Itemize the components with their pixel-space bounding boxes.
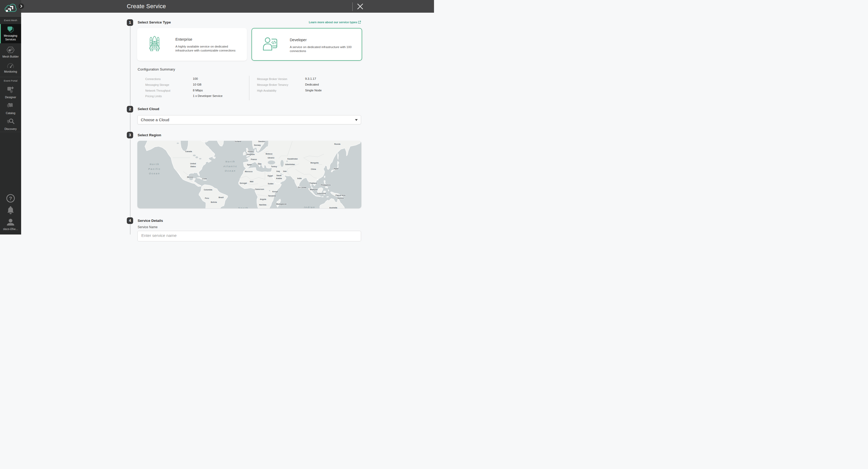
svg-text:Atlantic: Atlantic — [223, 165, 238, 168]
svg-text:Malaysia: Malaysia — [310, 189, 317, 191]
svg-text:States: States — [190, 165, 196, 167]
svg-text:Angola: Angola — [260, 198, 266, 200]
svg-text:Indian: Indian — [304, 206, 315, 208]
svg-text:North: North — [150, 163, 159, 165]
svg-text:Guinea: Guinea — [337, 197, 344, 199]
svg-text:North: North — [225, 160, 235, 163]
svg-text:Sri Lanka: Sri Lanka — [298, 186, 306, 188]
svg-text:Japan: Japan — [333, 168, 339, 170]
svg-text:Papua New: Papua New — [336, 194, 345, 196]
svg-text:Saudi: Saudi — [276, 175, 281, 177]
svg-text:Belarus: Belarus — [266, 153, 273, 155]
svg-text:Pacific: Pacific — [148, 167, 161, 170]
svg-text:Italy: Italy — [258, 163, 261, 165]
svg-text:France: France — [251, 158, 257, 160]
svg-text:Philippines: Philippines — [321, 184, 331, 186]
svg-text:Iceland: Iceland — [235, 141, 241, 142]
svg-text:Indonesia: Indonesia — [317, 192, 326, 194]
svg-text:Sudan: Sudan — [268, 183, 273, 185]
svg-text:Arabia: Arabia — [276, 178, 282, 179]
svg-text:Colombia: Colombia — [204, 189, 212, 191]
svg-text:Ocean: Ocean — [225, 169, 236, 172]
svg-text:Ukraine: Ukraine — [268, 157, 275, 159]
svg-text:Mexico: Mexico — [187, 176, 193, 178]
svg-text:Brazil: Brazil — [218, 196, 223, 198]
svg-text:Spain: Spain — [247, 164, 252, 166]
svg-text:Namibia: Namibia — [259, 204, 266, 206]
svg-text:United: United — [190, 163, 196, 164]
svg-text:Kingdom: Kingdom — [247, 153, 255, 156]
svg-text:China: China — [311, 168, 316, 170]
svg-text:Cuba: Cuba — [202, 178, 207, 180]
svg-text:Ocean: Ocean — [149, 172, 160, 175]
svg-text:?: ? — [9, 196, 12, 201]
svg-text:Thailand: Thailand — [309, 182, 317, 184]
svg-text:Peru: Peru — [205, 197, 209, 199]
svg-text:United: United — [248, 151, 254, 152]
svg-text:Turkey: Turkey — [271, 165, 277, 168]
svg-text:Russia: Russia — [334, 143, 340, 145]
svg-text:Morocco: Morocco — [245, 170, 252, 173]
svg-text:Iraq: Iraq — [277, 170, 280, 173]
svg-text:Tanzania: Tanzania — [268, 195, 276, 197]
svg-text:Norway: Norway — [254, 144, 261, 146]
svg-text:Sweden: Sweden — [258, 141, 265, 142]
svg-text:Egypt: Egypt — [268, 175, 273, 177]
svg-text:Mali: Mali — [250, 181, 254, 183]
svg-text:Australia: Australia — [330, 207, 337, 208]
svg-text:Kenya: Kenya — [272, 191, 278, 193]
svg-text:Madagascar: Madagascar — [276, 203, 287, 205]
svg-text:Canada: Canada — [185, 151, 192, 152]
svg-text:Cameroon: Cameroon — [255, 188, 264, 190]
svg-text:Kazakhstan: Kazakhstan — [287, 158, 298, 160]
svg-text:Bolivia: Bolivia — [211, 201, 217, 203]
svg-text:Mongolia: Mongolia — [310, 162, 318, 164]
svg-text:South: South — [238, 207, 249, 208]
svg-text:India: India — [297, 178, 301, 179]
svg-text:Uzbekistan: Uzbekistan — [285, 163, 295, 165]
svg-text:Senegal: Senegal — [240, 182, 247, 184]
svg-text:Iran: Iran — [283, 170, 287, 172]
